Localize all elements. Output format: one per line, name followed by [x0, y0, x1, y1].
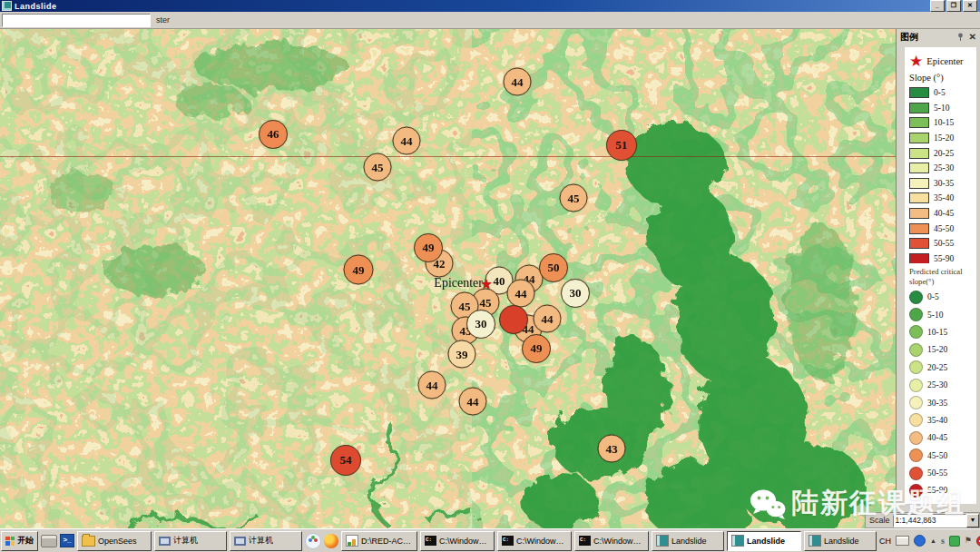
legend-class-label: 10-15: [927, 328, 947, 337]
landslide-marker[interactable]: 49: [414, 233, 443, 262]
tray-red-icon[interactable]: [976, 536, 980, 547]
landslide-marker[interactable]: 30: [561, 279, 590, 308]
pin-icon[interactable]: [956, 33, 965, 41]
scale-value[interactable]: 1:1,442,863: [893, 514, 966, 527]
landslide-marker[interactable]: 46: [259, 120, 288, 149]
legend-class-row: 15-20: [909, 131, 974, 146]
tray-blue-icon[interactable]: [914, 535, 926, 547]
taskbar-button-c-windows-s[interactable]: C:C:\Windows\s...: [497, 531, 572, 551]
landslide-marker[interactable]: 45: [560, 184, 588, 212]
taskbar-button-c-windows-s[interactable]: C:C:\Windows\s...: [574, 531, 649, 551]
landslide-marker[interactable]: 44: [459, 388, 487, 416]
legend-class-row: 0-5: [909, 85, 974, 101]
taskbar-button-landslide[interactable]: Landslide: [652, 531, 724, 551]
legend-class-row: 10-15: [909, 115, 974, 131]
landslide-marker[interactable]: 50: [539, 253, 568, 282]
start-button[interactable]: 开始: [1, 531, 38, 551]
taskbar-button-[interactable]: 计算机: [230, 531, 302, 551]
landslide-marker[interactable]: 39: [448, 340, 476, 369]
landslide-marker[interactable]: 49: [344, 255, 374, 285]
circle-swatch: [909, 431, 923, 445]
landslide-marker[interactable]: 44: [393, 127, 421, 155]
legend-class-row: 15-20: [909, 341, 974, 359]
legend-class-label: 25-30: [934, 163, 954, 172]
close-button[interactable]: ✕: [963, 0, 977, 12]
panel-close-icon[interactable]: ✕: [969, 33, 976, 42]
critical-slope-legend-box: Predicted critical slope(°) 0-55-1010-15…: [905, 263, 976, 504]
task-label: D:\RED-ACT\...: [361, 537, 412, 546]
task-label: Landslide: [824, 537, 859, 546]
legend-class-row: 0-5: [909, 288, 974, 305]
taskbar-button-landslide[interactable]: Landslide: [804, 531, 877, 551]
toolbar-label: ster: [156, 15, 170, 25]
circle-swatch: [909, 484, 923, 498]
rect-swatch: [909, 238, 929, 249]
legend-class-label: 15-20: [927, 345, 947, 354]
legend-class-label: 10-15: [934, 118, 954, 127]
task-label: C:\Windows\s...: [593, 537, 644, 546]
landslide-marker[interactable]: 44: [534, 305, 562, 333]
circle-swatch: [909, 448, 923, 462]
powershell-icon[interactable]: >_: [60, 534, 74, 547]
landslide-marker[interactable]: 51: [606, 130, 637, 161]
app-icon: [808, 535, 821, 547]
circle-swatch: [909, 379, 923, 392]
cmd-icon: C:: [502, 536, 514, 546]
critical-legend-title: Predicted critical slope(°): [909, 267, 974, 286]
legend-class-row: 55-90: [909, 482, 974, 499]
epicenter-circle[interactable]: [499, 305, 528, 334]
landslide-marker[interactable]: 45: [364, 153, 392, 182]
minimize-button[interactable]: _: [930, 0, 945, 12]
circle-swatch: [909, 343, 923, 357]
slope-legend-box: ★ Epicenter Slope (°) 0-55-1010-1515-202…: [905, 47, 976, 271]
input-method-icon[interactable]: s: [941, 536, 945, 546]
legend-epicenter-star-icon: ★: [909, 54, 923, 69]
legend-class-label: 35-40: [927, 416, 947, 425]
taskbar-button-landslide[interactable]: Landslide: [727, 531, 801, 551]
circle-app-icon[interactable]: [305, 533, 321, 549]
legend-class-label: 55-90: [934, 254, 954, 263]
legend-class-row: 30-35: [909, 394, 974, 411]
language-indicator[interactable]: CH: [879, 537, 891, 546]
show-hidden-icons-arrow[interactable]: ▲: [930, 537, 936, 544]
landslide-marker[interactable]: 43: [598, 435, 626, 463]
taskbar: 开始 >_ OpenSees计算机计算机D:\RED-ACT\...C:C:\W…: [0, 528, 980, 552]
slope-legend-title: Slope (°): [909, 73, 974, 83]
legend-panel: 图例 ✕ ★ Epicenter Slope (°) 0-55-1010-151…: [897, 29, 980, 528]
keyboard-icon[interactable]: [896, 536, 909, 546]
task-label: Landslide: [671, 537, 707, 546]
landslide-marker[interactable]: 30: [466, 310, 495, 339]
tray-green-icon[interactable]: [949, 536, 960, 547]
maximize-button[interactable]: ❐: [946, 0, 961, 12]
map-view[interactable]: 4446444551454249494440504430454543303944…: [0, 29, 897, 528]
firefox-icon[interactable]: [324, 534, 338, 548]
legend-class-label: 50-55: [927, 468, 947, 478]
landslide-marker[interactable]: 44: [418, 371, 446, 399]
taskbar-button-opensees[interactable]: OpenSees: [77, 531, 152, 551]
taskbar-button-c-windows-s[interactable]: C:C:\Windows\s...: [420, 531, 495, 551]
cmd-icon: C:: [579, 536, 591, 546]
scale-dropdown-arrow[interactable]: ▼: [966, 514, 979, 527]
critical-class-list: 0-55-1010-1515-2020-2525-3030-3535-4040-…: [909, 288, 974, 499]
printer-icon[interactable]: [41, 535, 57, 547]
landslide-marker[interactable]: 44: [504, 68, 532, 96]
circle-swatch: [909, 308, 923, 321]
landslide-marker[interactable]: 44: [507, 280, 535, 308]
circle-swatch: [909, 360, 923, 374]
computer-icon: [159, 537, 171, 546]
chart-icon: [346, 535, 358, 547]
landslide-marker[interactable]: 54: [330, 445, 361, 476]
layer-combo-input[interactable]: [2, 14, 151, 27]
taskbar-button-d-red-act[interactable]: D:\RED-ACT\...: [341, 531, 417, 551]
circle-swatch: [909, 413, 923, 427]
legend-class-label: 0-5: [934, 88, 946, 97]
tray-flag-icon[interactable]: ⚑: [965, 537, 972, 545]
rect-swatch: [909, 87, 929, 98]
legend-class-row: 45-50: [909, 447, 974, 464]
legend-class-row: 40-45: [909, 429, 974, 447]
legend-class-row: 50-55: [909, 464, 974, 481]
legend-class-label: 5-10: [927, 310, 943, 320]
computer-icon: [234, 537, 246, 546]
taskbar-button-[interactable]: 计算机: [154, 531, 227, 551]
landslide-marker[interactable]: 49: [522, 334, 551, 363]
